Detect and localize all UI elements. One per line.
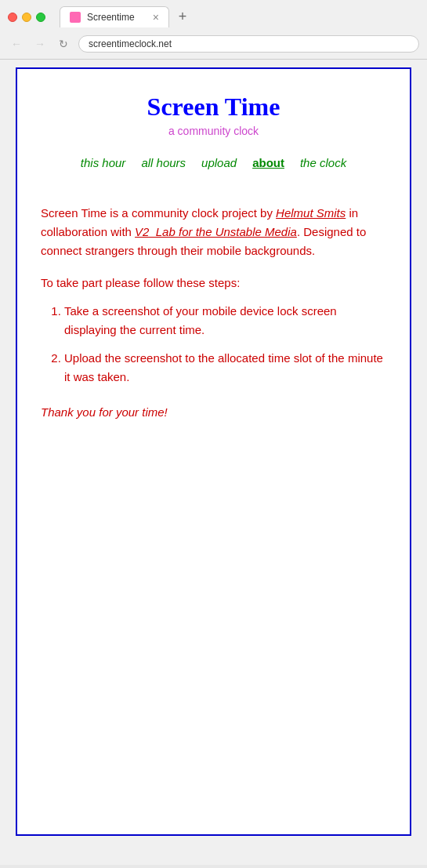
description-paragraph: Screen Time is a community clock project…: [41, 204, 386, 260]
nav-upload[interactable]: upload: [201, 156, 237, 169]
step-1: Take a screenshot of your mobile device …: [64, 302, 386, 340]
minimize-window-button[interactable]: [22, 13, 31, 22]
nav-this-hour[interactable]: this hour: [81, 156, 126, 169]
nav-the-clock[interactable]: the clock: [300, 156, 346, 169]
maximize-window-button[interactable]: [36, 13, 45, 22]
steps-list: Take a screenshot of your mobile device …: [41, 302, 386, 387]
site-title: Screen Time: [41, 93, 386, 122]
thank-you-message: Thank you for your time!: [41, 405, 386, 419]
tab-title: Screentime: [87, 12, 135, 23]
new-tab-button[interactable]: +: [172, 7, 193, 27]
step-2-text: Upload the screenshot to the allocated t…: [64, 351, 383, 383]
tab-close-button[interactable]: ×: [153, 11, 159, 24]
url-field[interactable]: screentimeclock.net: [78, 35, 419, 53]
page-wrapper: Screen Time a community clock this hour …: [0, 60, 427, 865]
author2-link[interactable]: V2_Lab for the Unstable Media: [135, 225, 297, 238]
tab-bar: Screentime × +: [52, 6, 201, 27]
main-nav: this hour all hours upload about the clo…: [41, 156, 386, 173]
nav-all-hours[interactable]: all hours: [141, 156, 186, 169]
browser-chrome: Screentime × + ← → ↻ screentimeclock.net: [0, 0, 427, 60]
page-content: Screen Time a community clock this hour …: [16, 67, 411, 836]
site-subtitle: a community clock: [41, 125, 386, 137]
steps-intro: To take part please follow these steps:: [41, 276, 386, 289]
back-button[interactable]: ←: [8, 35, 25, 53]
description-intro: Screen Time is a community clock project…: [41, 206, 276, 220]
refresh-button[interactable]: ↻: [55, 35, 72, 53]
forward-button[interactable]: →: [31, 35, 49, 53]
tab-favicon: [70, 12, 81, 23]
step-1-text: Take a screenshot of your mobile device …: [64, 304, 337, 336]
url-text: screentimeclock.net: [89, 38, 172, 49]
traffic-lights: [8, 13, 45, 22]
nav-about[interactable]: about: [252, 156, 284, 169]
step-2: Upload the screenshot to the allocated t…: [64, 349, 386, 387]
content-area: Screen Time is a community clock project…: [41, 196, 386, 427]
active-tab[interactable]: Screentime ×: [60, 6, 169, 27]
title-bar: Screentime × +: [0, 0, 427, 32]
author1-link[interactable]: Helmut Smits: [276, 206, 346, 220]
address-bar: ← → ↻ screentimeclock.net: [0, 32, 427, 59]
close-window-button[interactable]: [8, 13, 17, 22]
